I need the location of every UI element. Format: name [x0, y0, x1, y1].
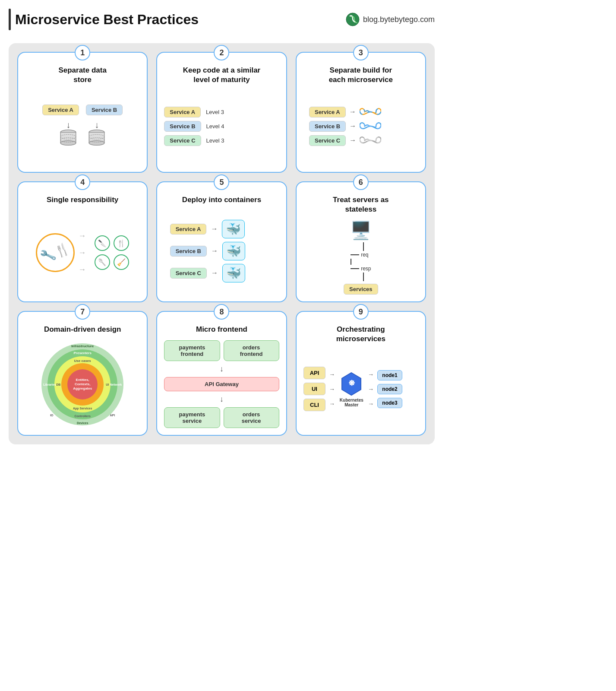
docker-icon-1: 🐳 [222, 220, 245, 238]
arrow-g-3: → [78, 265, 86, 274]
card-7-number: 7 [75, 304, 90, 320]
tools-circle: 🔧🍴 [36, 233, 75, 272]
monitor-icon: 🖥️ [350, 220, 372, 241]
card-6-title: Treat servers asstateless [333, 195, 389, 214]
infinity-gray [360, 135, 381, 146]
card-9: 9 Orchestratingmicroservices API UI CLI … [296, 311, 426, 436]
resp-line-h [351, 268, 359, 269]
mf-arrow-down-2: ↓ [220, 395, 224, 404]
title-bar [9, 9, 11, 30]
mf-arrow-down-1: ↓ [220, 365, 224, 374]
card-7: 7 Domain-driven design Entities,Contexts… [17, 311, 148, 436]
card-1-title: Separate datastore [58, 66, 107, 85]
lbl-presenters: Presenters [73, 351, 91, 355]
page-title: Microservice Best Practices [15, 12, 199, 28]
orch-arrows-left: → → → [329, 371, 335, 407]
orders-frontend: ordersfrontend [224, 340, 279, 361]
container-row-2: Service B → 🐳 [170, 242, 274, 260]
main-grid: 1 Separate datastore Service A Service B… [9, 43, 435, 444]
svg-text:⎈: ⎈ [349, 377, 355, 388]
db-icon-1: ↓ [57, 120, 79, 146]
ddd-diagram: Entities,Contexts,Aggregates Infrastruct… [41, 343, 123, 425]
req-row: req [351, 252, 368, 258]
card-8-content: paymentsfrontend ordersfrontend ↓ API Ga… [164, 340, 279, 428]
arrow-g-1: → [78, 231, 86, 241]
api-box: API [303, 367, 326, 379]
build-row-3: Service C → [309, 135, 413, 146]
arrow-2: ↓ [95, 120, 99, 129]
page-header: Microservice Best Practices blog.bytebyt… [9, 9, 435, 35]
lbl-ui: UI [106, 383, 109, 386]
node-2: node2 [377, 384, 402, 394]
card-6: 6 Treat servers asstateless 🖥️ req resp [296, 181, 426, 302]
card-5-title: Deploy into containers [182, 195, 261, 205]
docker-icon-3: 🐳 [222, 264, 245, 282]
c-service-c: Service C [170, 268, 207, 279]
vert-3 [363, 273, 364, 281]
c-service-b: Service B [170, 246, 207, 257]
arrow-c2: → [211, 247, 218, 255]
lbl-api: API [110, 414, 115, 417]
kube-wrapper: ⎈ KubernetesMaster [338, 371, 364, 407]
brand: blog.bytebytego.com [346, 13, 435, 26]
brand-text: blog.bytebytego.com [363, 15, 435, 24]
db-svg-2 [86, 129, 107, 146]
card-1: 1 Separate datastore Service A Service B… [17, 52, 148, 173]
card-5-number: 5 [214, 174, 229, 190]
node-1: node1 [377, 370, 402, 380]
container-row-3: Service C → 🐳 [170, 264, 274, 282]
build-row-2: Service B → [309, 121, 413, 132]
infinity-orange [360, 107, 381, 117]
level-3a: Level 3 [206, 109, 224, 115]
lbl-db: DB [56, 383, 60, 386]
card-9-number: 9 [353, 304, 369, 320]
card-1-content: Service A Service B ↓ ↓ [25, 91, 140, 165]
orch-nodes: node1 node2 node3 [377, 370, 402, 408]
service-b-box: Service B [86, 105, 123, 115]
kube-label: KubernetesMaster [340, 398, 363, 407]
arr-r3: → [368, 400, 374, 407]
cli-box: CLI [303, 399, 326, 411]
card-7-title: Domain-driven design [44, 325, 121, 334]
arrow-r-3: → [349, 136, 356, 144]
vert-1 [363, 242, 364, 251]
stateless-diagram: 🖥️ req resp Services [344, 220, 378, 295]
card-6-content: 🖥️ req resp Services [303, 220, 418, 295]
arr-1: → [329, 371, 335, 378]
orch-clients: API UI CLI [303, 367, 326, 411]
level-4: Level 4 [206, 123, 224, 130]
arrow-g-2: → [78, 248, 86, 257]
card-2-content: Service A Level 3 Service B Level 4 Serv… [164, 91, 279, 165]
service-a-box: Service A [42, 105, 79, 115]
m-service-a: Service A [164, 107, 201, 117]
mf-layout: paymentsfrontend ordersfrontend ↓ API Ga… [164, 340, 279, 428]
tool-4: 🧹 [114, 254, 129, 270]
card-3: 3 Separate build foreach microservice Se… [296, 52, 426, 173]
arrow-c3: → [211, 269, 218, 277]
tool-1: 🔪 [95, 235, 110, 251]
api-gateway: API Gateway [164, 377, 279, 391]
orch-layout: API UI CLI → → → ⎈ KubernetesMaster [303, 367, 418, 411]
req-line-h [351, 254, 359, 255]
b-service-a: Service A [309, 107, 346, 117]
req-label: req [361, 252, 368, 258]
level-3c: Level 3 [206, 137, 224, 144]
arrow-r-2: → [349, 122, 356, 130]
card-1-number: 1 [75, 45, 90, 60]
card-9-title: Orchestratingmicroservices [336, 325, 385, 344]
b-service-b: Service B [309, 121, 346, 132]
orch-arrows-right: → → → [368, 371, 374, 407]
card-4-number: 4 [75, 174, 90, 190]
vert-2 [351, 259, 351, 265]
card-3-title: Separate build foreach microservice [329, 66, 393, 85]
m-service-c: Service C [164, 135, 201, 146]
docker-icon-2: 🐳 [222, 242, 245, 260]
service-row-1: Service A Service B [42, 105, 123, 115]
card-2-title: Keep code at a similarlevel of maturity [183, 66, 261, 85]
payments-service: paymentsservice [164, 407, 220, 428]
title-wrapper: Microservice Best Practices [9, 9, 199, 30]
card-9-content: API UI CLI → → → ⎈ KubernetesMaster [303, 350, 418, 428]
arrow-r-1: → [349, 108, 356, 116]
db-icon-2: ↓ [86, 120, 107, 146]
card-2-number: 2 [214, 45, 229, 60]
